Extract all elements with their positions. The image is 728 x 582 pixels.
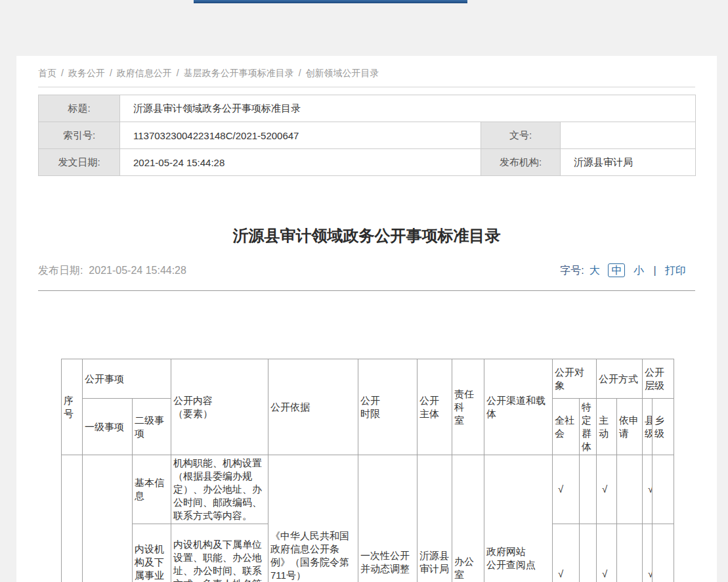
cell-item-l1 xyxy=(83,455,133,582)
font-size-large-button[interactable]: 大 xyxy=(589,265,600,276)
cell-method-request-check xyxy=(617,455,643,524)
meta-date-label: 发文日期: xyxy=(39,149,120,176)
breadcrumb-separator: / xyxy=(61,68,64,78)
font-size-label: 字号: xyxy=(560,265,584,276)
divider-bar: | xyxy=(653,265,656,276)
cell-dept: 办公室 xyxy=(452,455,484,582)
meta-org-value: 沂源县审计局 xyxy=(561,149,696,176)
breadcrumb-item-info[interactable]: 政府信息公开 xyxy=(117,68,172,78)
col-header-method-active: 主 动 xyxy=(597,399,617,455)
cell-seq xyxy=(62,455,83,582)
meta-row-date: 发文日期: 2021-05-24 15:44:28 发布机构: 沂源县审计局 xyxy=(39,149,696,176)
breadcrumb-item-zwgk[interactable]: 政务公开 xyxy=(68,68,105,78)
document-meta-table: 标题: 沂源县审计领域政务公开事项标准目录 索引号: 1137032300422… xyxy=(38,95,696,176)
meta-row-index: 索引号: 11370323004223148C/2021-5200647 文号: xyxy=(39,122,696,149)
col-header-audience-specific: 特 定 群 体 xyxy=(580,399,597,455)
print-button[interactable]: 打印 xyxy=(665,265,686,276)
meta-date-value: 2021-05-24 15:44:28 xyxy=(120,149,481,176)
breadcrumb-item-catalog[interactable]: 基层政务公开事项标准目录 xyxy=(184,68,294,78)
cell-audience-specific-check xyxy=(580,524,597,582)
page-title: 沂源县审计领域政务公开事项标准目录 xyxy=(38,226,695,246)
breadcrumb-separator: / xyxy=(177,68,179,78)
col-header-method-request: 依申 请 xyxy=(617,399,643,455)
breadcrumb-item-home[interactable]: 首页 xyxy=(38,68,56,78)
cell-method-active-check: √ xyxy=(597,524,617,582)
font-size-medium-button[interactable]: 中 xyxy=(608,263,625,277)
cell-content: 机构职能、机构设置 （根据县委编办规 定）、办公地址、办 公时间、邮政编码、 联… xyxy=(171,455,268,524)
breadcrumb-divider xyxy=(38,87,695,87)
page: 首页/政务公开/政府信息公开/基层政务公开事项标准目录/创新领域公开目录 标题:… xyxy=(0,0,728,582)
col-header-level-county: 县 级 xyxy=(643,399,653,455)
cell-method-request-check xyxy=(617,524,643,582)
col-header-channel: 公开渠道和载 体 xyxy=(484,359,553,455)
breadcrumb-item-current[interactable]: 创新领域公开目录 xyxy=(306,68,379,78)
catalog-table: 序 号 公开事项 公开内容 （要素） 公开依据 公开 时限 公开 主体 责任科 … xyxy=(61,359,674,582)
table-row: 基本信 息 机构职能、机构设置 （根据县委编办规 定）、办公地址、办 公时间、邮… xyxy=(62,455,674,524)
col-header-seq: 序 号 xyxy=(62,359,83,455)
meta-index-label: 索引号: xyxy=(39,122,120,149)
cell-channel: 政府网站 公开查阅点 xyxy=(484,455,553,582)
article-divider xyxy=(38,290,695,291)
meta-org-label: 发布机构: xyxy=(481,149,561,176)
cell-audience-all-check: √ xyxy=(553,524,580,582)
cell-basis: 《中华人民共和国 政府信息公开条 例》（国务院令第 711号） xyxy=(268,455,358,582)
cell-item-l2: 基本信 息 xyxy=(133,455,171,524)
col-header-content: 公开内容 （要素） xyxy=(171,359,268,455)
breadcrumb-separator: / xyxy=(110,68,112,78)
cell-level-county-check: √ xyxy=(643,524,653,582)
breadcrumb-separator: / xyxy=(299,68,301,78)
col-header-audience-group: 公开对 象 xyxy=(553,359,597,399)
publish-date-value: 2021-05-24 15:44:28 xyxy=(89,265,186,276)
col-header-audience-all: 全社 会 xyxy=(553,399,580,455)
cell-time-limit: 一次性公开 并动态调整 xyxy=(358,455,418,582)
cell-audience-all-check: √ xyxy=(553,455,580,524)
content-card: 首页/政务公开/政府信息公开/基层政务公开事项标准目录/创新领域公开目录 标题:… xyxy=(16,56,717,582)
cell-level-county-check: √ xyxy=(643,455,653,524)
col-header-subject: 公开 主体 xyxy=(418,359,452,455)
top-nav-bar xyxy=(194,0,467,3)
cell-method-active-check: √ xyxy=(597,455,617,524)
meta-docnum-label: 文号: xyxy=(481,122,561,149)
col-header-item-l1: 一级事项 xyxy=(83,399,133,455)
publish-date: 发布日期: 2021-05-24 15:44:28 xyxy=(38,264,186,278)
col-header-basis: 公开依据 xyxy=(268,359,358,455)
catalog-header-row-1: 序 号 公开事项 公开内容 （要素） 公开依据 公开 时限 公开 主体 责任科 … xyxy=(62,359,674,399)
col-header-item-group: 公开事项 xyxy=(83,359,171,399)
font-size-control: 字号: 大 中 小 | 打印 xyxy=(560,264,695,278)
meta-docnum-value xyxy=(561,122,696,149)
col-header-level-town: 乡 级 xyxy=(653,399,674,455)
col-header-item-l2: 二级事 项 xyxy=(133,399,171,455)
article-meta-row: 发布日期: 2021-05-24 15:44:28 字号: 大 中 小 | 打印 xyxy=(38,263,695,278)
cell-subject: 沂源县 审计局 xyxy=(418,455,452,582)
col-header-method-group: 公开方式 xyxy=(597,359,643,399)
cell-level-town-check xyxy=(653,455,674,524)
meta-row-title: 标题: 沂源县审计领域政务公开事项标准目录 xyxy=(39,95,696,122)
col-header-level-group: 公开 层级 xyxy=(643,359,674,399)
col-header-dept: 责任科 室 xyxy=(452,359,484,455)
cell-content: 内设机构及下属单位 设置、职能、办公地 址、办公时间、联系 方式、负责人姓名等 xyxy=(171,524,268,582)
meta-title-label: 标题: xyxy=(39,95,120,122)
breadcrumb: 首页/政务公开/政府信息公开/基层政务公开事项标准目录/创新领域公开目录 xyxy=(38,66,695,78)
cell-audience-specific-check xyxy=(580,455,597,524)
meta-title-value: 沂源县审计领域政务公开事项标准目录 xyxy=(120,95,696,122)
font-size-small-button[interactable]: 小 xyxy=(633,265,644,276)
cell-level-town-check xyxy=(653,524,674,582)
col-header-time-limit: 公开 时限 xyxy=(358,359,418,455)
meta-index-value: 11370323004223148C/2021-5200647 xyxy=(120,122,481,149)
cell-item-l2: 内设机 构及下 属事业 单位 xyxy=(133,524,171,582)
publish-date-label: 发布日期: xyxy=(38,265,83,276)
